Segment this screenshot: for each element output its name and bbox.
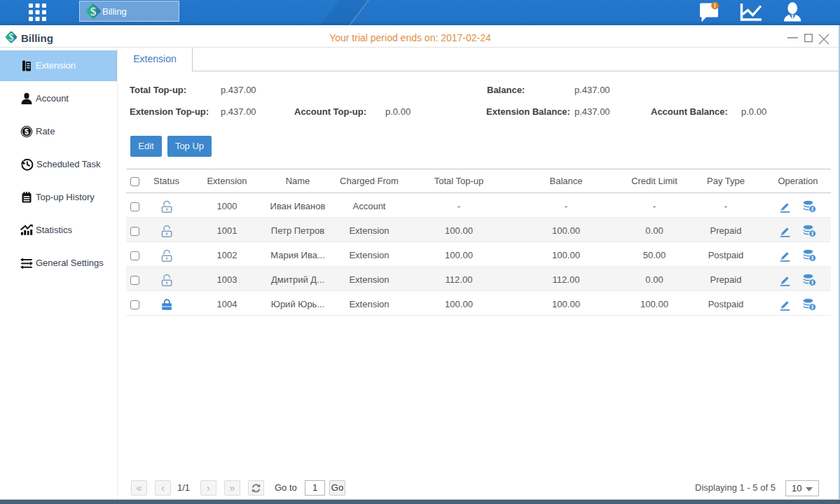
svg-text:$: $ xyxy=(90,5,97,18)
svg-text:$: $ xyxy=(25,127,29,135)
svg-text:!: ! xyxy=(714,2,716,9)
